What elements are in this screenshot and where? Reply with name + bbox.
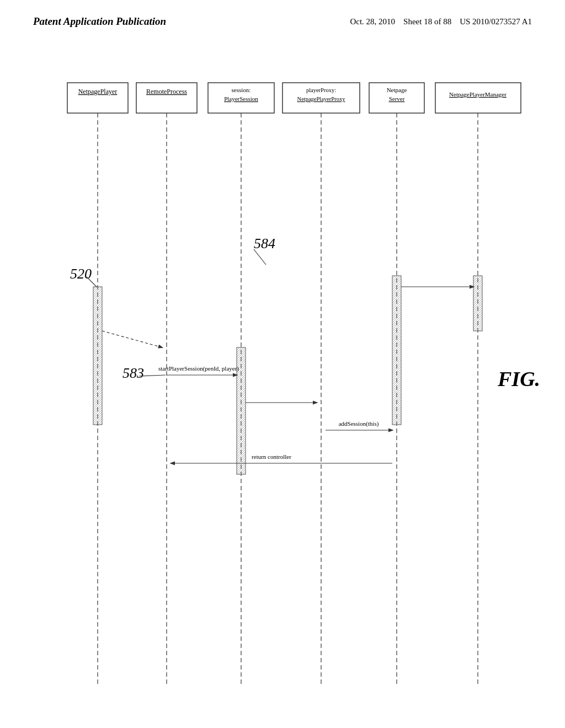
ref-584-label: 584: [254, 235, 275, 251]
publication-info: Oct. 28, 2010 Sheet 18 of 88 US 2010/027…: [350, 15, 532, 28]
entity-player-proxy-label1: playerProxy:: [306, 87, 336, 93]
page-header: Patent Application Publication Oct. 28, …: [0, 0, 565, 28]
entity-netpage-server-label1: Netpage: [387, 87, 407, 93]
svg-rect-5: [435, 83, 521, 113]
entity-player-session-label1: session:: [232, 87, 251, 93]
entity-npm-label: NetpagePlayerManager: [449, 91, 507, 98]
ref-520-line: [87, 277, 97, 287]
entity-remote-process-label: RemoteProcess: [146, 88, 187, 95]
entity-player-proxy-label2: NetpagePlayerProxy: [297, 96, 346, 102]
msg5-label: addSession(this): [339, 420, 379, 427]
activation-netpage-player: [93, 287, 102, 425]
entity-player-session-label2: PlayerSession: [224, 95, 258, 102]
msg2-label: startPlayerSession(penId, player): [158, 365, 239, 372]
activation-netpage-server: [392, 276, 401, 425]
msg1-line: [102, 331, 162, 347]
uml-sequence-diagram: NetpagePlayer RemoteProcess session: Pla…: [33, 77, 543, 695]
msg6-label: return controller: [252, 453, 291, 460]
activation-npm: [473, 276, 482, 331]
ref-584-line: [254, 249, 266, 265]
fig-label: FIG. 25: [497, 367, 543, 390]
ref-583-label: 583: [122, 365, 144, 381]
ref-520-label: 520: [70, 266, 92, 282]
entity-netpage-player-label: NetpagePlayer: [78, 88, 118, 95]
entity-netpage-server-label2: Server: [389, 95, 405, 102]
publication-title: Patent Application Publication: [33, 15, 166, 28]
diagram-area: NetpagePlayer RemoteProcess session: Pla…: [33, 77, 543, 695]
